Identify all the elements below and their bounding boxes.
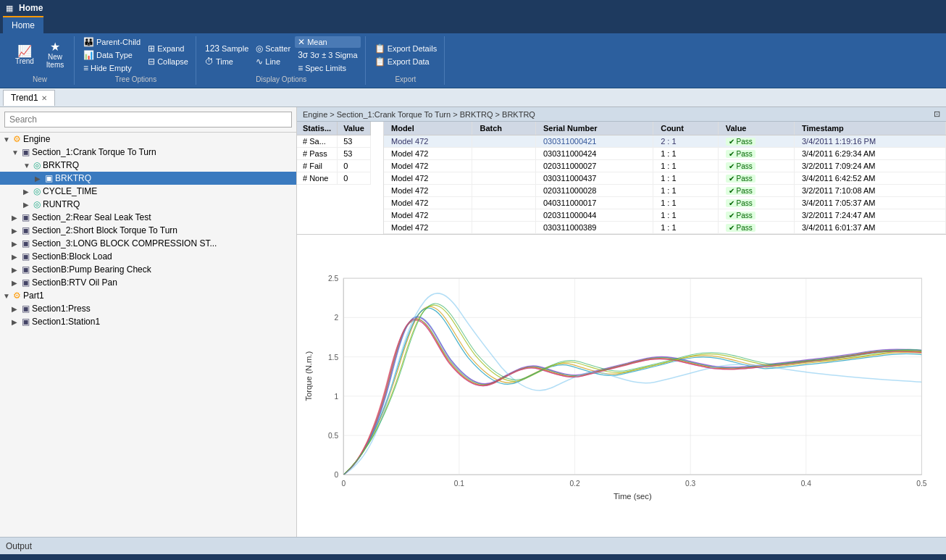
svg-text:2.5: 2.5 bbox=[328, 275, 339, 283]
trend-button[interactable]: 📈 Trend bbox=[10, 44, 39, 67]
table-row[interactable]: Model 4720203110000271 : 1✔ Pass3/2/2011… bbox=[384, 160, 946, 172]
tree-item-section2b[interactable]: ▶ ▣ Section_2:Short Block Torque To Turn bbox=[0, 224, 296, 237]
table-cell: 3/2/2011 7:10:08 AM bbox=[794, 185, 945, 197]
tree-item-engine[interactable]: ▼ ⚙ Engine bbox=[0, 133, 296, 146]
ribbon-content: 📈 Trend ★ NewItems New 👪 Parent-Child bbox=[0, 33, 946, 88]
export-col: 📋 Export Details 📋 Export Data bbox=[372, 43, 440, 67]
parent-child-button[interactable]: 👪 Parent-Child bbox=[80, 36, 143, 48]
table-cell: 040311000017 bbox=[535, 197, 653, 209]
sectionb3-icon: ▣ bbox=[22, 277, 30, 288]
section1p-label: Section1:Press bbox=[32, 304, 91, 314]
tree-item-runtrq[interactable]: ▶ ◎ RUNTRQ bbox=[0, 198, 296, 211]
table-row[interactable]: Model 4720303110004241 : 1✔ Pass3/4/2011… bbox=[384, 148, 946, 160]
sample-button[interactable]: 123 Sample bbox=[202, 43, 251, 54]
spec-limits-icon: ≡ bbox=[298, 63, 303, 73]
table-cell: 020311000028 bbox=[535, 185, 653, 197]
table-row[interactable]: Model 4720303110004212 : 1✔ Pass3/4/2011… bbox=[384, 135, 946, 148]
expand-brktrq-item-icon: ▶ bbox=[35, 175, 45, 183]
svg-text:0.1: 0.1 bbox=[454, 480, 465, 488]
tree-item-cycle-time[interactable]: ▶ ◎ CYCLE_TIME bbox=[0, 185, 296, 198]
hide-empty-button[interactable]: ≡ Hide Empty bbox=[80, 62, 143, 74]
table-col-header: Timestamp bbox=[794, 122, 945, 135]
table-cell: 1 : 1 bbox=[653, 160, 719, 172]
tab-trend1-label: Trend1 bbox=[11, 93, 38, 103]
pass-badge: ✔ Pass bbox=[726, 212, 755, 220]
svg-text:0.5: 0.5 bbox=[916, 480, 927, 488]
line-label: Line bbox=[265, 57, 280, 66]
data-type-button[interactable]: 📊 Data Type bbox=[80, 49, 143, 61]
export-details-button[interactable]: 📋 Export Details bbox=[372, 43, 440, 54]
cycle-time-icon: ◎ bbox=[33, 186, 41, 196]
stats-row: # None0 bbox=[297, 172, 370, 185]
expand-sectionb2-icon: ▶ bbox=[12, 266, 22, 274]
section1-icon: ▣ bbox=[22, 147, 30, 157]
tab-trend1[interactable]: Trend1 ✕ bbox=[3, 90, 55, 106]
svg-text:0.2: 0.2 bbox=[569, 480, 580, 488]
table-cell: 3/2/2011 7:09:24 AM bbox=[794, 160, 945, 172]
table-cell: ✔ Pass bbox=[718, 135, 794, 148]
expand-button[interactable]: ⊞ Expand bbox=[145, 43, 191, 54]
spec-limits-label: Spec Limits bbox=[305, 64, 346, 72]
pass-badge: ✔ Pass bbox=[726, 199, 755, 207]
table-cell: Model 472 bbox=[384, 197, 472, 209]
tree-item-sectionb3[interactable]: ▶ ▣ SectionB:RTV Oil Pan bbox=[0, 276, 296, 289]
table-row[interactable]: Model 4720303110004371 : 1✔ Pass3/4/2011… bbox=[384, 172, 946, 185]
spec-limits-button[interactable]: ≡ Spec Limits bbox=[295, 62, 361, 74]
new-items-button[interactable]: ★ NewItems bbox=[41, 40, 70, 70]
table-row[interactable]: Model 4720203110000281 : 1✔ Pass3/2/2011… bbox=[384, 185, 946, 197]
brktrq-group-label: BRKTRQ bbox=[43, 160, 79, 170]
table-col-header: Model bbox=[384, 122, 472, 135]
table-row[interactable]: Model 4720303110003891 : 1✔ Pass3/4/2011… bbox=[384, 222, 946, 234]
tree-item-part1[interactable]: ▼ ⚙ Part1 bbox=[0, 289, 296, 302]
tree-group-label: Tree Options bbox=[80, 75, 191, 85]
runtrq-icon: ◎ bbox=[33, 199, 41, 209]
svg-text:1.5: 1.5 bbox=[328, 354, 339, 362]
stats-row: # Sa...53 bbox=[297, 135, 370, 148]
tree-item-section1p[interactable]: ▶ ▣ Section1:Press bbox=[0, 302, 296, 315]
table-cell: 020311000044 bbox=[535, 209, 653, 222]
scatter-button[interactable]: ◎ Scatter bbox=[253, 43, 293, 54]
table-col-header: Batch bbox=[472, 122, 536, 135]
svg-text:Time (sec): Time (sec) bbox=[614, 492, 652, 501]
ribbon-tab-home[interactable]: Home bbox=[3, 16, 43, 33]
maximize-icon[interactable]: ⊡ bbox=[934, 109, 940, 119]
collapse-button[interactable]: ⊟ Collapse bbox=[145, 56, 191, 67]
mean-button[interactable]: ✕ Mean bbox=[295, 36, 361, 48]
table-cell: 020311000027 bbox=[535, 160, 653, 172]
trend-label: Trend bbox=[15, 57, 34, 65]
collapse-icon: ⊟ bbox=[148, 57, 155, 67]
tree-item-sectionb1[interactable]: ▶ ▣ SectionB:Block Load bbox=[0, 250, 296, 263]
time-button[interactable]: ⏱ Time bbox=[202, 56, 251, 67]
table-cell: 030311000389 bbox=[535, 222, 653, 234]
new-items-icon: ★ bbox=[50, 41, 60, 53]
svg-text:0: 0 bbox=[334, 471, 338, 479]
sigma-label: 3σ ± 3 Sigma bbox=[310, 51, 357, 59]
sigma-button[interactable]: 3σ 3σ ± 3 Sigma bbox=[295, 49, 361, 61]
sigma-icon: 3σ bbox=[298, 50, 308, 60]
table-cell: ✔ Pass bbox=[718, 185, 794, 197]
tree-item-section2a[interactable]: ▶ ▣ Section_2:Rear Seal Leak Test bbox=[0, 211, 296, 224]
tree-item-sectionb2[interactable]: ▶ ▣ SectionB:Pump Bearing Check bbox=[0, 263, 296, 276]
line-button[interactable]: ∿ Line bbox=[253, 56, 293, 67]
tab-bar: Trend1 ✕ bbox=[0, 88, 946, 107]
table-row[interactable]: Model 4720203110000441 : 1✔ Pass3/2/2011… bbox=[384, 209, 946, 222]
tree-item-section3[interactable]: ▶ ▣ Section_3:LONG BLOCK COMPRESSION ST.… bbox=[0, 237, 296, 250]
tree-item-brktrq[interactable]: ▶ ▣ BRKTRQ bbox=[0, 172, 296, 185]
left-panel: ▼ ⚙ Engine ▼ ▣ Section_1:Crank Torque To… bbox=[0, 107, 297, 537]
title-bar: ▦ Home bbox=[0, 0, 946, 16]
tree-item-section1s[interactable]: ▶ ▣ Section1:Station1 bbox=[0, 315, 296, 328]
svg-rect-1 bbox=[343, 278, 921, 475]
tree-item-section1[interactable]: ▼ ▣ Section_1:Crank Torque To Turn bbox=[0, 146, 296, 159]
search-input[interactable] bbox=[4, 112, 292, 128]
tab-close-icon[interactable]: ✕ bbox=[41, 94, 47, 102]
sample-icon: 123 bbox=[205, 43, 219, 54]
table-cell bbox=[472, 209, 536, 222]
svg-text:1: 1 bbox=[334, 393, 338, 401]
section1s-label: Section1:Station1 bbox=[32, 317, 100, 327]
pass-badge: ✔ Pass bbox=[726, 175, 755, 183]
tree-item-brktrq-group[interactable]: ▼ ◎ BRKTRQ bbox=[0, 159, 296, 172]
export-data-button[interactable]: 📋 Export Data bbox=[372, 56, 440, 67]
table-cell: Model 472 bbox=[384, 160, 472, 172]
section2a-icon: ▣ bbox=[22, 212, 30, 222]
table-row[interactable]: Model 4720403110000171 : 1✔ Pass3/4/2011… bbox=[384, 197, 946, 209]
